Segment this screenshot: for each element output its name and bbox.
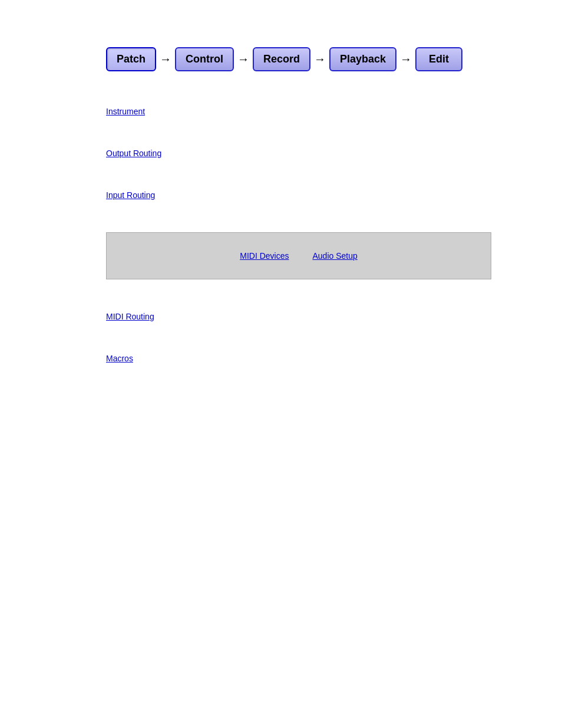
link-item-1: Instrument xyxy=(106,107,491,116)
audio-setup-link[interactable]: Audio Setup xyxy=(312,251,357,261)
instrument-link[interactable]: Instrument xyxy=(106,107,145,116)
nav-arrow-2: → xyxy=(237,52,249,66)
input-routing-link[interactable]: Input Routing xyxy=(106,190,155,200)
gray-box: MIDI Devices Audio Setup xyxy=(106,232,491,279)
macros-link[interactable]: Macros xyxy=(106,354,133,363)
content-area: Instrument Output Routing Input Routing … xyxy=(106,107,491,363)
nav-bar: Patch → Control → Record → Playback → Ed… xyxy=(106,47,562,71)
output-routing-link[interactable]: Output Routing xyxy=(106,149,161,158)
nav-arrow-4: → xyxy=(400,52,412,66)
nav-button-edit[interactable]: Edit xyxy=(415,47,462,71)
nav-arrow-3: → xyxy=(314,52,326,66)
link-item-3: Input Routing xyxy=(106,190,491,200)
nav-button-playback[interactable]: Playback xyxy=(329,47,396,71)
page-container: Patch → Control → Record → Playback → Ed… xyxy=(0,0,562,728)
link-item-4: MIDI Routing xyxy=(106,312,491,321)
nav-button-record[interactable]: Record xyxy=(253,47,310,71)
midi-devices-link[interactable]: MIDI Devices xyxy=(240,251,289,261)
nav-button-patch[interactable]: Patch xyxy=(106,47,156,71)
midi-routing-link[interactable]: MIDI Routing xyxy=(106,312,154,321)
link-item-5: Macros xyxy=(106,354,491,363)
nav-button-control[interactable]: Control xyxy=(175,47,234,71)
nav-arrow-1: → xyxy=(160,52,171,66)
link-item-2: Output Routing xyxy=(106,149,491,158)
